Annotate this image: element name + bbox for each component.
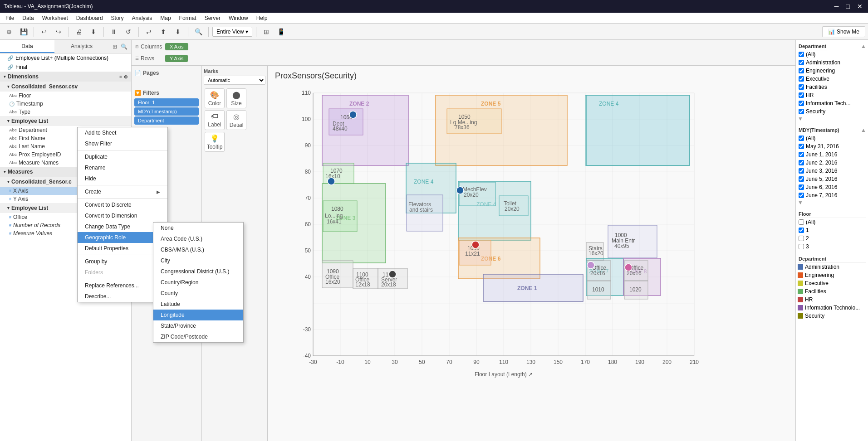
toolbar-refresh-btn[interactable]: ↺ [122, 25, 135, 38]
sub-latitude[interactable]: Latitude [153, 299, 243, 310]
dim-floor[interactable]: Abc Floor [0, 92, 131, 100]
toolbar-pause-btn[interactable]: ⏸ [108, 25, 120, 38]
add-icon[interactable]: ⊕ [124, 74, 128, 79]
sub-area-code[interactable]: Area Code (U.S.) [153, 233, 243, 244]
datasource-final[interactable]: 🔗 Final [0, 63, 131, 72]
ctx-convert-dimension[interactable]: Convert to Dimension [78, 210, 167, 221]
mdy-jun3-cb[interactable] [799, 168, 804, 174]
sub-state[interactable]: State/Province [153, 320, 243, 331]
toolbar-swap-btn[interactable]: ⇄ [142, 25, 155, 38]
menu-dashboard[interactable]: Dashboard [73, 14, 107, 22]
ctx-convert-discrete[interactable]: Convert to Discrete [78, 199, 167, 210]
dept-eng-cb[interactable] [799, 68, 804, 73]
sub-congressional[interactable]: Congressional District (U.S.) [153, 266, 243, 277]
sub-none[interactable]: None [153, 223, 243, 233]
toolbar-grid-btn[interactable]: ⊞ [260, 25, 273, 38]
dept-exec-cb[interactable] [799, 76, 804, 82]
sub-zip[interactable]: ZIP Code/Postcode [153, 331, 243, 342]
sub-city[interactable]: City [153, 255, 243, 266]
dept-scroll-down[interactable]: ▼ [798, 116, 803, 122]
toolbar-sort-desc-btn[interactable]: ⬇ [172, 25, 184, 38]
dept-hr-cb[interactable] [799, 92, 804, 98]
dim-floor-label: Floor [19, 92, 31, 99]
dept-it-cb[interactable] [799, 101, 804, 106]
filter-floor[interactable]: Floor: 1 [134, 98, 199, 107]
mdy-jun5-cb[interactable] [799, 176, 804, 182]
ctx-add-to-sheet[interactable]: Add to Sheet [78, 127, 167, 138]
menu-map[interactable]: Map [157, 14, 174, 22]
filter-department[interactable]: Department [134, 116, 199, 125]
floor-3-cb[interactable] [799, 244, 804, 249]
datasource-employee-list[interactable]: 🔗 Employee List+ (Multiple Connections) [0, 53, 131, 63]
mdy-jun7-cb[interactable] [799, 193, 804, 198]
toolbar-sort-asc-btn[interactable]: ⬆ [157, 25, 170, 38]
ctx-create[interactable]: Create ▶ [78, 186, 167, 197]
show-me-btn[interactable]: 📊 Show Me [822, 26, 865, 37]
marks-type-select[interactable]: Automatic [204, 76, 265, 85]
menu-data[interactable]: Data [19, 14, 37, 22]
mdy-jun1-cb[interactable] [799, 152, 804, 157]
mdy-jun2-cb[interactable] [799, 160, 804, 165]
toolbar-redo-btn[interactable]: ↪ [52, 25, 65, 38]
mark-color-btn[interactable]: 🎨 Color [205, 88, 225, 108]
menu-analysis[interactable]: Analysis [128, 14, 156, 22]
employee-list-header[interactable]: ▾ Employee List [0, 116, 131, 126]
mdy-all-cb[interactable] [799, 136, 804, 141]
dim-timestamp[interactable]: 🕐 Timestamp [0, 100, 131, 108]
svg-text:180: 180 [608, 359, 617, 365]
mdy-scroll-down[interactable]: ▼ [798, 199, 803, 206]
floor-2-cb[interactable] [799, 236, 804, 241]
toolbar-device-btn[interactable]: 📱 [275, 25, 287, 38]
menu-file[interactable]: File [2, 14, 18, 22]
view-dropdown[interactable]: Entire View ▾ [212, 27, 252, 37]
menu-help[interactable]: Help [253, 14, 271, 22]
menu-server[interactable]: Server [201, 14, 224, 22]
dept-fac-cb[interactable] [799, 84, 804, 90]
dim-type[interactable]: Abc Type [0, 108, 131, 116]
sub-longitude[interactable]: Longitude [153, 310, 243, 320]
dept-scroll-up[interactable]: ▲ [861, 43, 866, 49]
toolbar-save-btn[interactable]: 💾 [17, 25, 30, 38]
toolbar-new-btn[interactable]: ⊕ [3, 25, 15, 38]
tab-data[interactable]: Data [0, 40, 54, 53]
mark-size-btn[interactable]: ⬤ Size [226, 88, 246, 108]
columns-pill[interactable]: X Axis [165, 43, 188, 50]
ctx-hide[interactable]: Hide [78, 173, 167, 184]
toolbar-highlight-btn[interactable]: 🔍 [192, 25, 205, 38]
sort-icon[interactable]: ≡ [119, 74, 122, 79]
menu-worksheet[interactable]: Worksheet [39, 14, 72, 22]
ctx-show-filter[interactable]: Show Filter [78, 138, 167, 149]
dimensions-header[interactable]: ▾ Dimensions ≡ ⊕ [0, 72, 131, 82]
maximize-btn[interactable]: □ [844, 3, 852, 10]
close-btn[interactable]: ✕ [855, 3, 864, 10]
toolbar-print-btn[interactable]: 🖨 [73, 25, 85, 38]
mdy-jun6-cb[interactable] [799, 184, 804, 190]
menu-story[interactable]: Story [108, 14, 128, 22]
search-icon[interactable]: 🔍 [120, 43, 128, 51]
consolidated-sensor-header[interactable]: ▾ Consolidated_Sensor.csv [0, 82, 131, 92]
menu-window[interactable]: Window [225, 14, 252, 22]
sub-county[interactable]: County [153, 288, 243, 299]
dept-admin-cb[interactable] [799, 60, 804, 65]
mark-label-btn[interactable]: 🏷 Label [205, 110, 225, 130]
floor-1-cb[interactable] [799, 228, 804, 233]
mark-tooltip-btn[interactable]: 💡 Tooltip [205, 132, 225, 152]
mark-detail-btn[interactable]: ◎ Detail [226, 110, 246, 130]
floor-all-cb[interactable] [799, 219, 804, 225]
mdy-scroll-up[interactable]: ▲ [861, 127, 866, 133]
sub-cbsa[interactable]: CBSA/MSA (U.S.) [153, 244, 243, 255]
dept-all-cb[interactable] [799, 52, 804, 57]
mdy-may31-cb[interactable] [799, 144, 804, 149]
minimize-btn[interactable]: ─ [833, 3, 841, 10]
ctx-duplicate[interactable]: Duplicate [78, 151, 167, 162]
dept-sec-cb[interactable] [799, 109, 804, 114]
sub-country-region[interactable]: Country/Region [153, 277, 243, 288]
menu-format[interactable]: Format [176, 14, 200, 22]
grid-icon[interactable]: ⊞ [112, 43, 118, 51]
toolbar-export-btn[interactable]: ⬇ [87, 25, 100, 38]
tab-analytics[interactable]: Analytics [54, 40, 109, 53]
ctx-rename[interactable]: Rename [78, 162, 167, 173]
toolbar-undo-btn[interactable]: ↩ [38, 25, 50, 38]
filter-mdy[interactable]: MDY(Timestamp) [134, 107, 199, 116]
rows-pill[interactable]: Y Axis [165, 55, 188, 62]
